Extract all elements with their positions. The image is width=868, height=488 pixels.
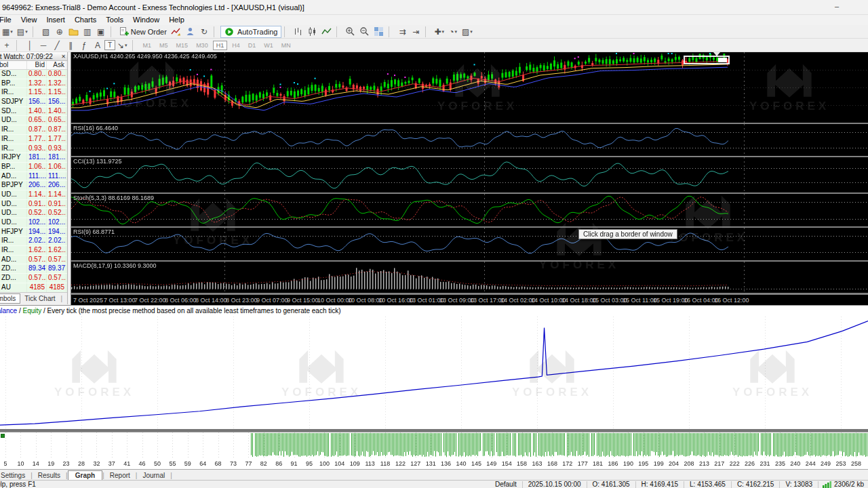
menu-file[interactable]: File (0, 15, 16, 25)
market-watch-row[interactable]: SD...0.80...0.80... (0, 70, 67, 79)
market-watch-row[interactable]: IR...1.77...1.77... (0, 135, 67, 144)
navigator-icon[interactable]: ↻ (197, 26, 211, 38)
market-watch-row[interactable]: SDJPY156....156.... (0, 98, 67, 107)
zoom-out-icon[interactable] (357, 26, 372, 38)
line-chart-type-icon[interactable] (319, 26, 334, 38)
market-watch-row[interactable]: UD...1.14...1.14... (0, 190, 67, 200)
arrows-icon[interactable]: ↘▾ (115, 39, 130, 52)
tab-graph[interactable]: Graph (68, 470, 102, 481)
balance-graph-canvas[interactable] (0, 317, 868, 429)
market-watch-row[interactable]: ZD...0.57...0.57... (0, 274, 67, 283)
tile-windows-icon[interactable] (372, 26, 386, 38)
price-chart-panel[interactable]: XAUUSD,H1 4240.265 4249.950 4236.425 424… (71, 52, 868, 123)
profiles-icon[interactable] (66, 26, 81, 38)
market-watch-row[interactable]: AU41854185 (0, 283, 67, 292)
add-indicator-icon[interactable]: ✚▾ (432, 26, 446, 38)
text-icon[interactable]: A (91, 39, 104, 52)
market-watch-row[interactable]: HFJPY194....194.... (0, 228, 67, 237)
cci-panel[interactable]: CCI(13) 131.9725 (71, 157, 868, 192)
bar-chart-type-icon[interactable] (291, 26, 305, 38)
zoom-in-icon[interactable] (343, 26, 357, 38)
timeframe-m30[interactable]: M30 (193, 41, 212, 50)
timeframe-m15[interactable]: M15 (173, 41, 192, 50)
market-watch-row[interactable]: AD...0.57...0.57... (0, 256, 67, 265)
panel-splitter[interactable] (71, 156, 868, 157)
market-watch-row[interactable]: IR...2.02...2.02... (0, 237, 67, 246)
macd-canvas[interactable] (71, 262, 868, 293)
market-watch-row[interactable]: AD...111....111.... (0, 172, 67, 182)
timeframe-w1[interactable]: W1 (260, 41, 277, 50)
indicators-icon[interactable] (169, 26, 183, 38)
tab-journal[interactable]: Journal (137, 471, 170, 480)
market-watch-row[interactable]: ZD...89.34789.377 (0, 264, 67, 274)
timeframe-m5[interactable]: M5 (156, 41, 172, 50)
market-watch-row[interactable]: UD...102....102.... (0, 218, 67, 228)
market-watch-row[interactable]: IR...1.15...1.15... (0, 88, 67, 98)
menu-help[interactable]: Help (164, 15, 189, 25)
autotrading-button[interactable]: AutoTrading (220, 26, 282, 38)
market-watch-row[interactable]: IR...0.87...0.87... (0, 125, 67, 135)
stoch-canvas[interactable] (71, 194, 868, 226)
panel-splitter[interactable] (71, 123, 868, 124)
candle-chart-type-icon[interactable] (305, 26, 319, 38)
text-label-icon[interactable]: T (104, 40, 115, 50)
data-window-icon[interactable]: ▣ (94, 26, 108, 38)
horizontal-line-icon[interactable]: ─ (37, 39, 50, 52)
expert-icon[interactable] (183, 26, 197, 38)
templates-icon[interactable]: ▨▾ (460, 26, 475, 38)
timeframe-h1[interactable]: H1 (213, 41, 228, 50)
market-watch-row[interactable]: IR...0.93...0.93... (0, 144, 67, 154)
price-chart-canvas[interactable] (71, 52, 868, 123)
new-chart-icon[interactable]: ▧ (39, 26, 53, 38)
new-order-button[interactable]: New Order (117, 26, 169, 38)
window-list-icon[interactable]: ▦▾ (0, 26, 15, 38)
stoch-panel[interactable]: Stoch(5,3,3) 88.6169 86.1689 (71, 194, 868, 226)
market-watch-row[interactable]: IRJPY181....181.... (0, 153, 67, 163)
menu-tools[interactable]: Tools (101, 15, 128, 25)
minimize-button[interactable]: – (830, 2, 844, 13)
menu-charts[interactable]: Charts (70, 15, 101, 25)
tab-report[interactable]: Report (104, 471, 136, 480)
panel-splitter[interactable] (71, 260, 868, 262)
panel-splitter[interactable] (71, 293, 868, 294)
time-axis[interactable]: 7 Oct 20257 Oct 13:007 Oct 22:008 Oct 06… (71, 294, 868, 305)
rsi9-panel[interactable]: RSI(9) 68.8771 (71, 228, 868, 260)
market-watch-row[interactable]: IR...1.62...1.62... (0, 246, 67, 256)
timeframe-m1[interactable]: M1 (140, 41, 155, 50)
timeframe-d1[interactable]: D1 (245, 41, 260, 50)
menu-insert[interactable]: Insert (41, 15, 70, 25)
rsi16-canvas[interactable] (71, 124, 868, 156)
chart-shift-icon[interactable]: ⇥ (409, 26, 422, 38)
close-icon[interactable]: ✕ (61, 54, 66, 60)
timeframe-h4[interactable]: H4 (229, 41, 243, 50)
print-icon[interactable]: ▤▾ (15, 26, 30, 38)
market-watch-row[interactable]: UD...0.65...0.65... (0, 116, 67, 125)
cci-canvas[interactable] (71, 157, 868, 192)
tab-symbols[interactable]: Symbols (0, 293, 20, 304)
macd-panel[interactable]: MACD(8,17,9) 10.3360 9.3000 (71, 262, 868, 293)
crosshair-icon[interactable]: + (0, 39, 14, 52)
tick-histogram-canvas[interactable] (0, 432, 868, 459)
market-watch-row[interactable]: SD...1.40...1.40... (0, 107, 67, 117)
menu-window[interactable]: Window (128, 15, 164, 25)
market-watch-row[interactable]: UD...0.91...0.91... (0, 200, 67, 209)
market-watch-row[interactable]: UD...0.52...0.52... (0, 209, 67, 218)
auto-scroll-icon[interactable]: ⇉ (395, 26, 409, 38)
menu-view[interactable]: View (16, 15, 42, 25)
panel-splitter[interactable] (71, 226, 868, 228)
trendline-icon[interactable]: ╱ (50, 39, 64, 52)
market-watch-toggle-icon[interactable]: ▥ (81, 26, 94, 38)
rsi9-canvas[interactable] (71, 228, 868, 260)
fibonacci-icon[interactable]: ƒ (77, 39, 91, 52)
selection-handle[interactable] (718, 58, 727, 62)
equidistant-channel-icon[interactable]: ∥ (64, 39, 77, 52)
panel-splitter[interactable] (71, 192, 868, 194)
tab-results[interactable]: Results (33, 471, 66, 480)
cursor-mode-icon[interactable]: ⊕ (53, 26, 66, 38)
periodicity-icon[interactable]: ◔▾ (446, 26, 460, 38)
vertical-line-icon[interactable]: │ (23, 39, 37, 52)
rsi16-panel[interactable]: RSI(16) 66.4640 (71, 124, 868, 156)
market-watch-row[interactable]: BP...1.32...1.32... (0, 79, 67, 89)
tab-tick-chart[interactable]: Tick Chart (20, 294, 59, 303)
chart-selection-box[interactable] (684, 56, 730, 64)
